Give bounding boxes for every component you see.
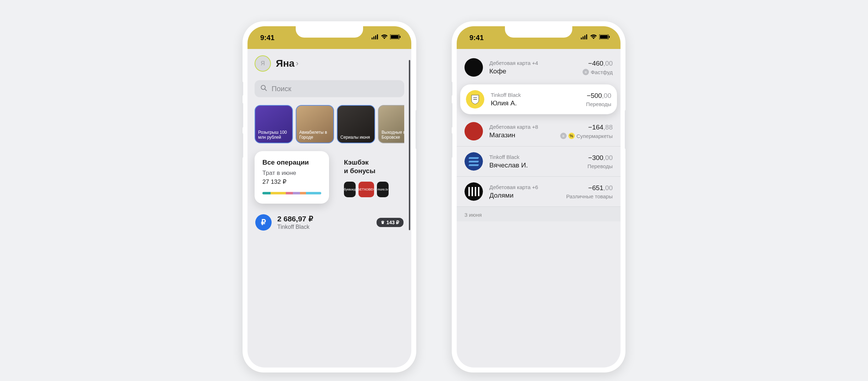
story-card[interactable]: Выходные в Боровске (378, 105, 404, 143)
side-button (452, 103, 452, 128)
tx-merchant: Долями (489, 192, 560, 199)
svg-rect-15 (609, 36, 610, 38)
brand-chip[interactable]: буквоед (344, 182, 356, 197)
tx-merchant: Юлия А. (491, 99, 580, 107)
date-header: 3 июня (457, 206, 621, 221)
tx-amount: −500,00 (586, 92, 611, 100)
transaction-row[interactable]: Дебетовая карта +6Долями−651,00Различные… (457, 176, 621, 206)
account-row[interactable]: ₽ 2 686,97 ₽ Tinkoff Black ♛ 143 ₽ (255, 214, 404, 231)
tx-card-label: Дебетовая карта +8 (489, 124, 554, 130)
search-input[interactable]: Поиск (255, 80, 404, 97)
account-balance: 2 686,97 ₽ (277, 215, 371, 223)
phone-transactions: 9:41 Дебетовая карта +4Кофе−460,00≡Фастф… (452, 21, 625, 372)
svg-rect-10 (583, 37, 584, 39)
tx-card-label: Tinkoff Black (489, 154, 581, 160)
battery-icon (599, 34, 610, 41)
scrollbar[interactable] (409, 60, 410, 230)
svg-rect-14 (600, 35, 608, 39)
story-card[interactable]: Розыгрыш 100 млн рублей (255, 105, 293, 143)
profile-row[interactable]: Я Яна › (255, 55, 404, 72)
search-icon (260, 84, 267, 93)
widget-title: и бонусы (344, 167, 389, 175)
status-time: 9:41 (469, 34, 484, 42)
tx-card-label: Tinkoff Black (491, 92, 580, 98)
notch (296, 26, 363, 38)
story-label: Выходные в Боровске (382, 130, 404, 140)
chevron-right-icon: › (296, 59, 299, 68)
story-label: Сериалы июня (340, 135, 370, 140)
merchant-avatar (464, 182, 483, 201)
transaction-list[interactable]: Дебетовая карта +4Кофе−460,00≡ФастфудTin… (457, 49, 621, 221)
account-name: Tinkoff Black (277, 224, 371, 230)
tx-amount: −651,00 (566, 184, 613, 192)
signal-icon (372, 34, 379, 41)
story-card[interactable]: Авиабилеты в Городе (296, 105, 334, 143)
side-button (452, 133, 452, 158)
brand-chip[interactable]: БЕТХОВЕН (358, 182, 374, 197)
svg-rect-9 (581, 38, 582, 39)
tx-card-label: Дебетовая карта +6 (489, 184, 560, 190)
transaction-row[interactable]: Дебетовая карта +4Кофе−460,00≡Фастфуд (457, 53, 621, 82)
search-placeholder: Поиск (272, 85, 291, 93)
status-bar: 9:41 (457, 26, 621, 49)
side-button (243, 133, 243, 158)
points-badge[interactable]: ♛ 143 ₽ (377, 218, 404, 227)
widget-amount: 27 132 ₽ (262, 178, 321, 186)
svg-rect-12 (586, 34, 587, 39)
side-button (625, 110, 625, 149)
brand-label: more.tv (378, 188, 388, 191)
svg-rect-5 (391, 35, 399, 39)
avatar[interactable]: Я (255, 55, 271, 72)
side-button (243, 103, 243, 128)
svg-rect-6 (400, 36, 401, 38)
story-label: Розыгрыш 100 млн рублей (258, 130, 289, 140)
merchant-avatar (464, 152, 483, 171)
transaction-row[interactable]: Дебетовая карта +8Магазин−164,88≡%Суперм… (457, 116, 621, 146)
brand-label: буквоед (344, 188, 356, 191)
svg-rect-1 (373, 37, 374, 39)
signal-icon (581, 34, 588, 41)
tx-category: Переводы (586, 101, 611, 107)
tx-category: Различные товары (566, 193, 613, 199)
svg-rect-0 (372, 38, 373, 39)
tx-category: ≡%Супермаркеты (560, 133, 613, 139)
brand-chip[interactable]: more.tv (377, 182, 389, 197)
tx-merchant: Вячеслав И. (489, 161, 581, 169)
widget-subtitle: Трат в июне (262, 170, 321, 177)
transaction-row[interactable]: Tinkoff BlackВячеслав И.−300,00Переводы (457, 146, 621, 176)
brand-label: БЕТХОВЕН (358, 188, 375, 191)
profile-name-text: Яна (276, 58, 295, 69)
phone-home: 9:41 Я Яна › Поиск Розыгрыш 100 млн рубл (243, 21, 416, 372)
svg-rect-2 (375, 35, 376, 39)
widget-title: Кэшбэк (344, 158, 389, 167)
stories-row[interactable]: Розыгрыш 100 млн рублей Авиабилеты в Гор… (255, 105, 404, 143)
cashback-widget[interactable]: Кэшбэк и бонусы буквоед БЕТХОВЕН more.tv (336, 151, 396, 204)
status-bar: 9:41 (247, 26, 411, 49)
crown-icon: ♛ (381, 220, 385, 225)
wifi-icon (381, 34, 388, 41)
widget-title: Все операции (262, 158, 321, 167)
story-label: Авиабилеты в Городе (299, 130, 330, 140)
tx-amount: −164,88 (560, 123, 613, 131)
notch (505, 26, 572, 38)
spending-bar (262, 192, 321, 194)
operations-widget[interactable]: Все операции Трат в июне 27 132 ₽ (255, 151, 329, 204)
badge-value: 143 ₽ (386, 220, 399, 225)
svg-line-8 (265, 89, 267, 91)
side-button (416, 110, 416, 149)
avatar-initial: Я (261, 60, 265, 67)
svg-rect-11 (584, 35, 585, 39)
tx-card-label: Дебетовая карта +4 (489, 60, 576, 66)
story-card[interactable]: Сериалы июня (337, 105, 375, 143)
receipt-icon: ≡ (560, 133, 567, 139)
merchant-avatar (466, 90, 484, 109)
merchant-avatar (464, 58, 483, 77)
tx-amount: −300,00 (588, 154, 613, 162)
svg-rect-3 (377, 34, 378, 39)
profile-name[interactable]: Яна › (276, 58, 299, 69)
battery-icon (390, 34, 401, 41)
tx-merchant: Магазин (489, 131, 554, 139)
receipt-icon: ≡ (583, 69, 589, 75)
transaction-row[interactable]: Tinkoff BlackЮлия А.−500,00Переводы (460, 84, 617, 114)
tx-category: Переводы (588, 163, 613, 169)
